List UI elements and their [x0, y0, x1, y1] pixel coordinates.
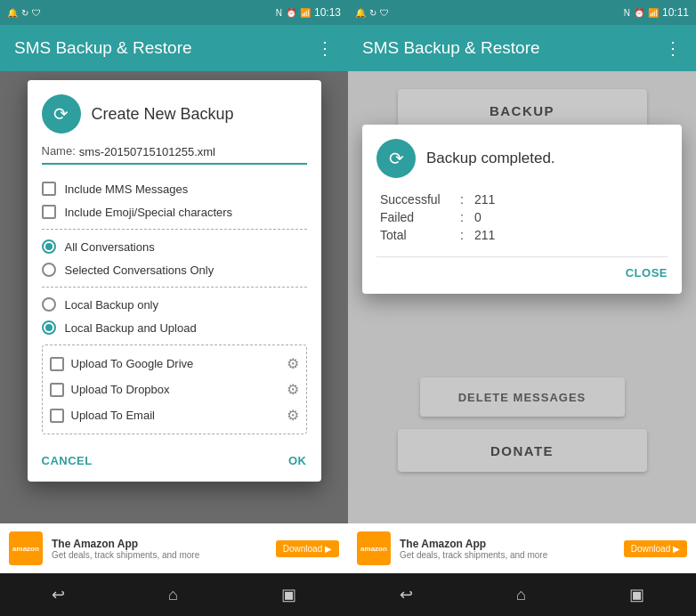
selected-conversations-row: Selected Conversations Only [42, 258, 307, 281]
right-ad-download[interactable]: Download ▶ [624, 540, 687, 557]
right-nav-bar: ↩ ⌂ ▣ [348, 573, 696, 616]
local-only-radio[interactable] [42, 297, 56, 312]
backup-complete-dialog: ⟳ Backup completed. Successful : 211 Fai… [362, 125, 682, 294]
stat-total-label: Total [380, 228, 460, 242]
left-home-button[interactable]: ⌂ [150, 579, 196, 612]
name-value: sms-20150715101255.xml [79, 145, 215, 158]
backup-dialog-header: ⟳ Backup completed. [376, 139, 668, 178]
left-ad-title: The Amazon App [52, 538, 267, 550]
right-status-left: 🔔 ↻ 🛡 [355, 8, 389, 18]
local-upload-label: Local Backup and Upload [65, 321, 197, 335]
alarm-icon: ⏰ [286, 8, 296, 18]
nfc-icon: N [276, 8, 282, 18]
stat-total-row: Total : 211 [380, 226, 664, 244]
right-home-button[interactable]: ⌂ [498, 579, 544, 612]
right-ad-brand: amazon [360, 545, 387, 553]
right-notification-icon: 🔔 [355, 8, 366, 18]
left-phone-panel: 🔔 ↻ 🛡 N ⏰ 📶 10:13 SMS Backup & Restore ⋮… [0, 0, 348, 616]
right-ad-subtitle: Get deals, track shipments, and more [400, 550, 615, 560]
left-main-content: ⟳ Create New Backup Name: sms-2015071510… [0, 71, 348, 523]
stat-successful-row: Successful : 211 [380, 190, 664, 208]
ok-button[interactable]: OK [288, 454, 307, 467]
stat-failed-label: Failed [380, 210, 460, 224]
dialog-title: Create New Backup [92, 105, 234, 124]
close-button[interactable]: CLOSE [626, 266, 668, 280]
notification-icon: 🔔 [7, 8, 18, 18]
local-upload-radio[interactable] [42, 320, 56, 335]
upload-dropbox-row: Upload To Dropbox ⚙ [50, 377, 299, 402]
right-sync-icon: ↻ [369, 8, 376, 18]
stat-failed-row: Failed : 0 [380, 208, 664, 226]
left-ad-download[interactable]: Download ▶ [276, 540, 339, 557]
stat-failed-value: 0 [474, 210, 482, 224]
backup-dialog-title: Backup completed. [426, 150, 555, 167]
all-conversations-row: All Conversations [42, 235, 307, 258]
right-content-area: BACKUP RESTORE ⟳ Backup completed. Succe… [348, 71, 696, 523]
left-status-bar: 🔔 ↻ 🛡 N ⏰ 📶 10:13 [0, 0, 348, 25]
dropbox-gear-icon[interactable]: ⚙ [287, 381, 299, 398]
left-back-button[interactable]: ↩ [34, 578, 83, 612]
upload-gdrive-label: Upload To Google Drive [71, 357, 279, 370]
right-status-bar: 🔔 ↻ 🛡 N ⏰ 📶 10:11 [348, 0, 696, 25]
stat-successful-label: Successful [380, 192, 460, 207]
right-time: 10:11 [662, 6, 689, 19]
left-app-title: SMS Backup & Restore [14, 38, 316, 58]
include-emoji-checkbox[interactable] [42, 205, 56, 219]
signal-icon: 📶 [300, 8, 311, 18]
left-ad-banner: amazon The Amazon App Get deals, track s… [0, 523, 348, 573]
all-conversations-radio[interactable] [42, 239, 56, 254]
right-menu-icon[interactable]: ⋮ [664, 37, 682, 59]
stat-failed-colon: : [460, 210, 474, 224]
left-app-bar: SMS Backup & Restore ⋮ [0, 25, 348, 71]
right-back-button[interactable]: ↩ [382, 578, 431, 612]
backup-stats: Successful : 211 Failed : 0 Total : 211 [376, 190, 668, 244]
upload-email-label: Upload To Email [71, 409, 279, 422]
delete-messages-button[interactable]: DELETE MESSAGES [420, 377, 625, 417]
cancel-button[interactable]: CANCEL [42, 454, 93, 467]
backup-name-row: Name: sms-20150715101255.xml [42, 144, 307, 165]
left-ad-logo: amazon [9, 531, 43, 565]
local-only-label: Local Backup only [65, 298, 159, 312]
upload-dropbox-checkbox[interactable] [50, 383, 64, 397]
include-mms-checkbox[interactable] [42, 182, 56, 196]
right-ad-title: The Amazon App [400, 538, 615, 550]
left-ad-subtitle: Get deals, track shipments, and more [52, 550, 267, 560]
selected-conversations-radio[interactable] [42, 263, 56, 277]
gdrive-gear-icon[interactable]: ⚙ [287, 355, 299, 372]
include-emoji-row: Include Emoji/Special characters [42, 200, 307, 223]
all-conversations-label: All Conversations [65, 240, 155, 254]
upload-gdrive-checkbox[interactable] [50, 357, 64, 371]
left-menu-icon[interactable]: ⋮ [316, 37, 334, 59]
backup-complete-icon: ⟳ [376, 139, 416, 178]
left-status-right: N ⏰ 📶 10:13 [276, 6, 341, 19]
include-mms-label: Include MMS Messages [65, 182, 189, 196]
dialog-header: ⟳ Create New Backup [42, 94, 307, 134]
right-alarm-icon: ⏰ [634, 8, 644, 18]
left-time: 10:13 [314, 6, 341, 19]
divider-2 [42, 287, 307, 288]
right-app-bar: SMS Backup & Restore ⋮ [348, 25, 696, 71]
right-ad-logo: amazon [357, 531, 391, 565]
upload-email-checkbox[interactable] [50, 409, 64, 423]
left-ad-text: The Amazon App Get deals, track shipment… [52, 538, 267, 560]
left-status-left: 🔔 ↻ 🛡 [7, 8, 41, 18]
left-recents-button[interactable]: ▣ [263, 578, 314, 612]
dialog-backup-icon: ⟳ [42, 94, 81, 134]
local-only-row: Local Backup only [42, 293, 307, 316]
donate-button[interactable]: DONATE [398, 429, 647, 472]
include-mms-row: Include MMS Messages [42, 177, 307, 200]
local-upload-row: Local Backup and Upload [42, 316, 307, 339]
right-ad-banner: amazon The Amazon App Get deals, track s… [348, 523, 696, 573]
stat-total-value: 211 [474, 228, 495, 242]
include-emoji-label: Include Emoji/Special characters [65, 206, 233, 219]
dialog-actions: CANCEL OK [42, 447, 307, 467]
stat-successful-colon: : [460, 192, 474, 207]
right-recents-button[interactable]: ▣ [611, 578, 662, 612]
right-ad-text: The Amazon App Get deals, track shipment… [400, 538, 615, 560]
create-backup-dialog: ⟳ Create New Backup Name: sms-2015071510… [28, 80, 321, 482]
dialog-overlay: ⟳ Create New Backup Name: sms-2015071510… [0, 71, 348, 523]
name-label: Name: [42, 144, 76, 158]
shield-icon: 🛡 [32, 8, 41, 18]
right-app-title: SMS Backup & Restore [362, 38, 664, 58]
email-gear-icon[interactable]: ⚙ [287, 407, 299, 424]
